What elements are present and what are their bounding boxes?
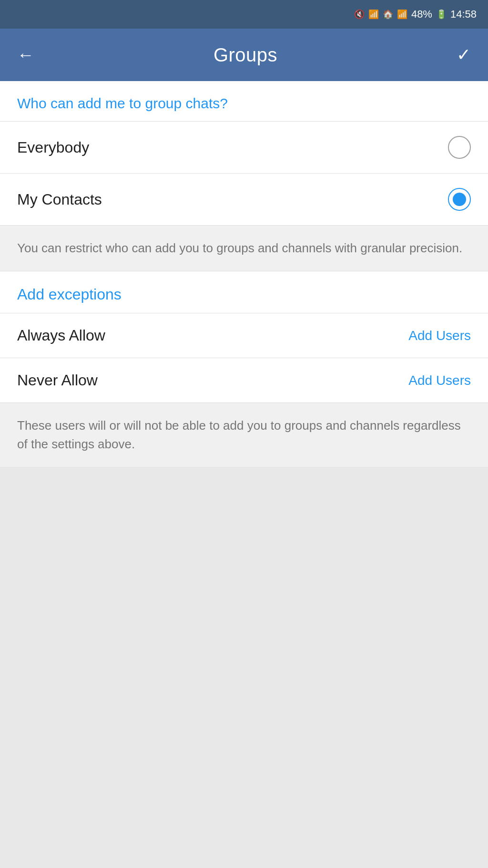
battery-text: 48% [411, 8, 432, 21]
my-contacts-option[interactable]: My Contacts [0, 173, 488, 225]
home-icon: 🏠 [383, 9, 393, 20]
signal-icon: 📶 [397, 9, 407, 20]
always-allow-label: Always Allow [17, 327, 105, 344]
back-button[interactable]: ← [17, 45, 34, 65]
my-contacts-radio[interactable] [448, 188, 471, 211]
content-area: Who can add me to group chats? Everybody… [0, 81, 488, 801]
section-header: Who can add me to group chats? [0, 81, 488, 121]
always-allow-add-users-button[interactable]: Add Users [408, 328, 471, 343]
wifi-icon: 📶 [368, 9, 379, 20]
exceptions-info-text: These users will or will not be able to … [17, 418, 461, 451]
always-allow-item: Always Allow Add Users [0, 313, 488, 358]
background-fill [0, 467, 488, 801]
battery-icon: 🔋 [436, 9, 447, 20]
confirm-button[interactable]: ✓ [457, 45, 471, 65]
exceptions-header: Add exceptions [0, 271, 488, 313]
who-can-add-section: Who can add me to group chats? Everybody… [0, 81, 488, 225]
status-bar: 🔇 📶 🏠 📶 48% 🔋 14:58 [0, 0, 488, 29]
exceptions-info-box: These users will or will not be able to … [0, 403, 488, 467]
restriction-info-text: You can restrict who can add you to grou… [17, 241, 462, 255]
everybody-radio[interactable] [448, 136, 471, 159]
my-contacts-label: My Contacts [17, 191, 102, 208]
app-bar: ← Groups ✓ [0, 29, 488, 81]
page-title: Groups [214, 44, 277, 66]
never-allow-label: Never Allow [17, 372, 98, 389]
never-allow-item: Never Allow Add Users [0, 358, 488, 403]
time-text: 14:58 [450, 8, 477, 21]
exceptions-section: Add exceptions Always Allow Add Users Ne… [0, 271, 488, 403]
never-allow-add-users-button[interactable]: Add Users [408, 373, 471, 388]
mute-icon: 🔇 [354, 9, 365, 20]
status-icons: 🔇 📶 🏠 📶 48% 🔋 14:58 [354, 8, 477, 21]
exceptions-header-text: Add exceptions [17, 286, 122, 303]
everybody-label: Everybody [17, 139, 89, 156]
restriction-info-box: You can restrict who can add you to grou… [0, 225, 488, 271]
section-question: Who can add me to group chats? [17, 95, 228, 111]
everybody-option[interactable]: Everybody [0, 121, 488, 173]
